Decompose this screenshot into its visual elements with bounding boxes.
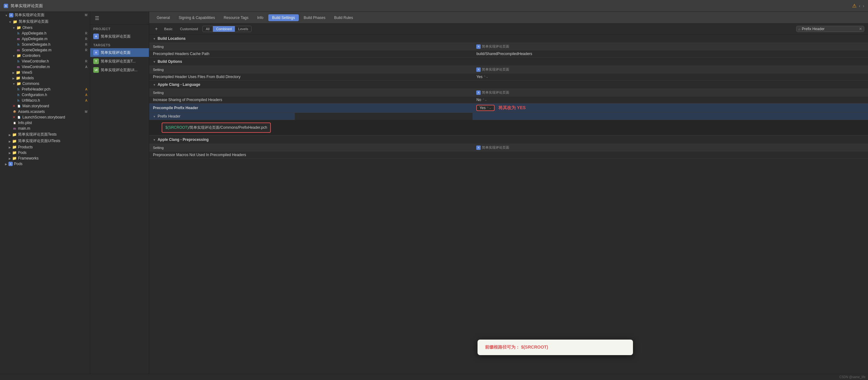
apple-clang-preprocessing-section: Apple Clang - Preprocessing Setting A 简单… — [149, 136, 868, 158]
apple-clang-preprocessing-header[interactable]: Apple Clang - Preprocessing — [149, 136, 868, 144]
targets-section-header: TARGETS — [90, 41, 149, 48]
sidebar-item-models[interactable]: 📁 Models — [0, 75, 90, 81]
sidebar: A 简单实现评论页面 M 📁 简单实现评论页面 📁 Ohers h AppDel… — [0, 12, 90, 374]
subtabs-bar: + Basic Customized All Combined Levels ⌕… — [149, 24, 868, 34]
col-header-proj-label: 简单实现评论页面 — [482, 145, 509, 150]
sidebar-item-launchscreen[interactable]: ✕ 📄 LaunchScreen.storyboard — [0, 114, 90, 120]
build-options-header[interactable]: Build Options — [149, 58, 868, 66]
setting-value — [472, 151, 868, 158]
h-file-icon: h — [16, 98, 21, 103]
prefix-value-input[interactable]: $(SRCROOT)/简单实现评论页面/Commons/PrefixHeader… — [162, 122, 271, 133]
sidebar-item-commons[interactable]: 📁 Commons — [0, 81, 90, 86]
sidebar-item-scenedelegate-m[interactable]: m SceneDelegate.m R — [0, 47, 90, 53]
badge: R — [85, 43, 87, 46]
tab-build-rules[interactable]: Build Rules — [331, 14, 357, 21]
collapse-icon — [153, 59, 156, 64]
subtab-customized[interactable]: Customized — [177, 26, 201, 32]
sidebar-item-scenedelegate-h[interactable]: h SceneDelegate.h R — [0, 42, 90, 47]
apple-clang-language-header[interactable]: Apple Clang - Language — [149, 81, 868, 89]
subtab-levels[interactable]: Levels — [235, 26, 251, 32]
col-header-proj-label: 简单实现评论页面 — [482, 44, 509, 49]
sidebar-item-pods[interactable]: 📁 Pods — [0, 150, 90, 155]
sidebar-item-appdelegate-m[interactable]: m AppDelegate.m R — [0, 36, 90, 42]
badge: A — [85, 99, 87, 102]
target-item-app[interactable]: A 简单实现评论页面 — [90, 48, 149, 57]
sidebar-item-ohers[interactable]: 📁 Ohers — [0, 25, 90, 30]
proj-header-icon: A — [476, 90, 480, 95]
tab-build-phases[interactable]: Build Phases — [300, 14, 329, 21]
sidebar-item-configuration-h[interactable]: h Configuration.h A — [0, 92, 90, 98]
setting-value-highlighted[interactable]: Yes ⌃⌄ 将其改为 YES — [472, 104, 868, 113]
annotation-box: 前缀根路径可为： $(SRCROOT) — [477, 340, 633, 355]
sidebar-item-urlmacro-h[interactable]: h UrlMacro.h A — [0, 98, 90, 103]
settings-content: Build Locations Setting A 简单实现评论页面 — [149, 34, 868, 374]
dropdown-value[interactable]: No ⌃⌄ — [476, 98, 487, 102]
add-button[interactable]: + — [153, 26, 160, 32]
collapse-icon — [153, 82, 156, 87]
dropdown-value[interactable]: Yes ⌃⌄ — [476, 75, 488, 79]
target-item-project[interactable]: A 简单实现评论页面 — [90, 32, 149, 41]
setting-name-highlighted: Precompile Prefix Header — [149, 104, 472, 113]
target-item-tests[interactable]: T 简单实现评论页面T... — [90, 57, 149, 66]
sidebar-label: 简单实现评论页面Tests — [18, 132, 57, 137]
setting-name: Increase Sharing of Precompiled Headers — [149, 96, 472, 104]
sidebar-item-info-plist[interactable]: 📋 Info.plist — [0, 120, 90, 126]
setting-name: Preprocessor Macros Not Used In Precompi… — [149, 151, 472, 158]
sidebar-item-viewcontroller-m[interactable]: m ViewController.m A — [0, 64, 90, 70]
sidebar-item-controllers[interactable]: 📁 Controllers — [0, 53, 90, 58]
search-input[interactable] — [802, 27, 858, 31]
subtab-basic[interactable]: Basic — [161, 26, 176, 32]
sidebar-label: Models — [22, 76, 34, 80]
sidebar-item-tests[interactable]: 📁 简单实现评论页面Tests — [0, 131, 90, 138]
tab-resource-tags[interactable]: Resource Tags — [220, 14, 252, 21]
sidebar-item-uitests[interactable]: 📁 简单实现评论页面UITests — [0, 138, 90, 144]
h-file-icon: h — [16, 93, 21, 97]
sidebar-item-frameworks[interactable]: 📁 Frameworks — [0, 155, 90, 161]
sidebar-item-appdelegate-h[interactable]: h AppDelegate.h R — [0, 30, 90, 36]
sidebar-item-views[interactable]: 📁 ViewS — [0, 70, 90, 75]
subtab-combined[interactable]: Combined — [213, 26, 235, 32]
sidebar-item-main-group[interactable]: 📁 简单实现评论页面 — [0, 18, 90, 25]
sidebar-item-pods-root[interactable]: A Pods — [0, 161, 90, 167]
sidebar-label: Info.plist — [18, 121, 32, 125]
subtab-all[interactable]: All — [203, 26, 213, 32]
expand-icon — [9, 150, 11, 155]
sidebar-label: ViewS — [22, 70, 32, 75]
search-icon: ⌕ — [798, 27, 801, 31]
status-bar: CSDN @same_life — [0, 374, 868, 380]
yes-dropdown[interactable]: Yes ⌃⌄ — [476, 105, 495, 111]
panel-toggle-icon: ☰ — [95, 15, 99, 21]
col-header-project: A 简单实现评论页面 — [472, 89, 868, 96]
section-title: Build Options — [158, 59, 182, 64]
tab-build-settings[interactable]: Build Settings — [268, 14, 299, 21]
section-title: Build Locations — [158, 36, 186, 41]
search-box[interactable]: ⌕ ✕ — [796, 26, 864, 32]
build-locations-header[interactable]: Build Locations — [149, 34, 868, 43]
sidebar-item-root[interactable]: A 简单实现评论页面 M — [0, 12, 90, 18]
sidebar-item-assets[interactable]: 📦 Assets.xcassets M — [0, 109, 90, 114]
folder-icon: 📁 — [13, 20, 18, 24]
pod-icon: A — [8, 162, 13, 166]
panel-toggle-button[interactable]: ☰ — [93, 14, 101, 22]
tab-info[interactable]: Info — [253, 14, 267, 21]
uitests-target-icon: UI — [93, 67, 99, 73]
sidebar-item-viewcontroller-h[interactable]: h ViewController.h R — [0, 58, 90, 64]
sidebar-item-products[interactable]: 📁 Products — [0, 144, 90, 150]
setting-value[interactable]: Yes ⌃⌄ — [472, 74, 868, 81]
chevron-right-icon[interactable]: › — [863, 3, 864, 8]
setting-value[interactable]: No ⌃⌄ — [472, 96, 868, 104]
m-file-icon: m — [16, 37, 21, 41]
expand-icon — [5, 162, 7, 166]
sidebar-item-main-m[interactable]: m main.m — [0, 126, 90, 131]
sidebar-item-prefixheader[interactable]: h PrefixHeader.pch A — [0, 86, 90, 92]
target-item-uitests[interactable]: UI 简单实现评论页面UI... — [90, 66, 149, 74]
collapse-icon — [153, 138, 156, 142]
tab-signing[interactable]: Signing & Capabilities — [175, 14, 219, 21]
sidebar-item-main-storyboard[interactable]: ✕ 📄 Main.storyboard — [0, 103, 90, 109]
search-clear-button[interactable]: ✕ — [859, 27, 862, 31]
tab-general[interactable]: General — [153, 14, 174, 21]
section-title: Apple Clang - Language — [158, 82, 200, 87]
chevron-left-icon[interactable]: ‹ — [859, 3, 861, 8]
folder-icon: 📁 — [12, 145, 17, 149]
prefix-value-cell[interactable]: $(SRCROOT)/简单实现评论页面/Commons/PrefixHeader… — [149, 120, 868, 136]
